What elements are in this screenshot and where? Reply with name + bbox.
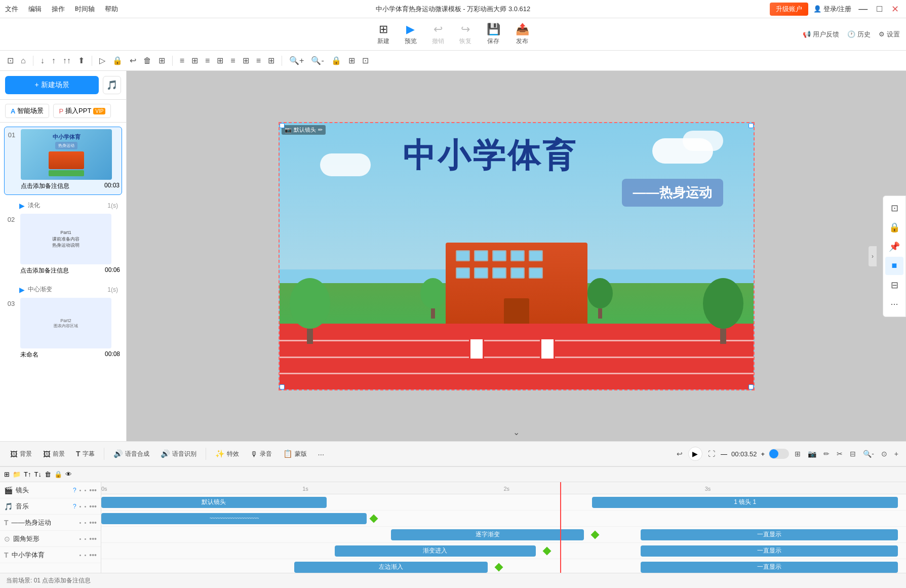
toolbar-redo[interactable]: ↪ 恢复: [459, 23, 471, 46]
tl-speed-toggle[interactable]: [769, 449, 789, 459]
menu-item-edit[interactable]: 编辑: [28, 5, 42, 14]
music-more[interactable]: •••: [89, 502, 97, 511]
camera-more[interactable]: •••: [89, 486, 97, 494]
tl-header-btn-3[interactable]: T↑: [24, 471, 31, 478]
new-scene-button[interactable]: + 新建场景: [5, 76, 99, 94]
tl-diamond-shape[interactable]: [542, 546, 551, 555]
sub-zoomout-tool[interactable]: 🔍-: [309, 55, 326, 66]
tl-cam-btn[interactable]: 📷: [806, 448, 818, 459]
text1-dot-2[interactable]: •: [84, 520, 86, 526]
toolbar-new[interactable]: ⊞ 新建: [377, 23, 389, 46]
timeline-cursor[interactable]: [560, 482, 561, 573]
scroll-down-indicator[interactable]: ⌄: [513, 427, 520, 437]
tl-header-btn-1[interactable]: ⊞: [4, 471, 10, 478]
upgrade-button[interactable]: 升级账户: [770, 3, 808, 16]
tl-block-shape-1[interactable]: 渐变进入: [335, 545, 536, 557]
selection-handle-br[interactable]: [749, 384, 754, 389]
more-btn[interactable]: ···: [314, 448, 329, 460]
sub-align3-tool[interactable]: ≡: [203, 55, 212, 66]
sub-zoomin-tool[interactable]: 🔍+: [287, 55, 306, 66]
transition-row-2[interactable]: ▶ 中心渐变 1(s): [4, 283, 122, 296]
text1-more[interactable]: •••: [89, 519, 97, 527]
tl-diamond-text2[interactable]: [494, 563, 503, 571]
menu-item-help[interactable]: 帮助: [105, 5, 118, 14]
menu-item-operate[interactable]: 操作: [52, 5, 65, 14]
sub-delete-tool[interactable]: 🗑: [141, 55, 153, 66]
sub-lock-tool[interactable]: 🔒: [110, 55, 125, 66]
music-dot-2[interactable]: •: [84, 503, 86, 509]
tl-block-music-1[interactable]: ~~~~~~~~~~~~~~~~~~~~: [101, 513, 367, 524]
login-button[interactable]: 👤 登录/注册: [813, 5, 852, 14]
sub-up2-tool[interactable]: ↑↑: [61, 55, 73, 66]
user-feedback-btn[interactable]: 📢 用户反馈: [803, 30, 839, 39]
sub-undo-tool[interactable]: ↩: [128, 55, 138, 66]
window-minimize[interactable]: —: [856, 4, 870, 14]
camera-dot-2[interactable]: •: [84, 487, 86, 493]
toolbar-publish[interactable]: 📤 发布: [516, 23, 529, 46]
rsp-pin-btn[interactable]: 📌: [885, 238, 903, 256]
tl-block-text1-2[interactable]: 一直显示: [641, 529, 898, 540]
text2-dot-2[interactable]: •: [84, 552, 86, 558]
sub-select-tool[interactable]: ⊡: [5, 55, 16, 66]
sub-align4-tool[interactable]: ⊞: [215, 55, 225, 66]
tl-minus-btn[interactable]: —: [721, 450, 727, 458]
music-button[interactable]: 🎵: [103, 76, 121, 94]
text1-dot-1[interactable]: •: [80, 520, 82, 526]
sub-align1-tool[interactable]: ≡: [178, 55, 186, 66]
rsp-lock-btn[interactable]: 🔒: [885, 218, 903, 237]
scene-item-3[interactable]: 03 Part2图表内容区域 未命名 00:08: [4, 296, 122, 363]
sub-play-tool[interactable]: ▷: [97, 55, 107, 66]
text2-dot-1[interactable]: •: [80, 552, 82, 558]
sub-align5-tool[interactable]: ≡: [228, 55, 237, 66]
fg-btn[interactable]: 🖼 前景: [39, 448, 69, 460]
tl-zoom-out-btn[interactable]: 🔍-: [861, 448, 876, 459]
sub-down-tool[interactable]: ↓: [38, 55, 47, 66]
tl-header-btn-2[interactable]: 📁: [13, 471, 21, 478]
asr-btn[interactable]: 🔊 语音识别: [156, 447, 201, 460]
shape-more[interactable]: •••: [89, 535, 97, 543]
menu-item-timeline[interactable]: 时间轴: [75, 5, 95, 14]
sub-home-tool[interactable]: ⌂: [19, 55, 28, 66]
scene-item-1[interactable]: 01 中小学体育 热身运动 点击添加备注信息 00:: [4, 127, 122, 195]
tl-block-text2-1[interactable]: 左边渐入: [294, 562, 487, 573]
scene-item-2[interactable]: 02 Part1课前准备内容热身运动说明 点击添加备注信息 00:06: [4, 212, 122, 279]
sub-align2-tool[interactable]: ⊞: [189, 55, 200, 66]
tl-play-button[interactable]: ▶: [688, 447, 702, 461]
bg-btn[interactable]: 🖼 背景: [6, 448, 36, 460]
rsp-minus-btn[interactable]: ⊟: [885, 276, 903, 294]
tl-block-text1-1[interactable]: 逐字渐变: [391, 529, 584, 540]
sub-align6-tool[interactable]: ⊞: [241, 55, 251, 66]
toolbar-save[interactable]: 💾 保存: [487, 23, 500, 46]
sub-align7-tool[interactable]: ≡: [254, 55, 263, 66]
tl-filter-btn[interactable]: ⊟: [848, 448, 857, 459]
selection-handle-tr[interactable]: [749, 123, 754, 128]
tl-diamond-text1[interactable]: [591, 530, 600, 539]
effects-btn[interactable]: ✨ 特效: [211, 447, 243, 460]
tl-block-camera-1[interactable]: 默认镜头: [101, 497, 327, 508]
subtitle-btn[interactable]: T 字幕: [72, 448, 99, 460]
sub-copy-tool[interactable]: ⊞: [346, 55, 357, 66]
sub-top-tool[interactable]: ⬆: [76, 55, 87, 66]
tl-fit-btn[interactable]: ⊞: [793, 448, 802, 459]
camera-help-icon[interactable]: ?: [73, 487, 76, 494]
sub-grid-tool[interactable]: ⊞: [156, 55, 167, 66]
insert-ppt-tab[interactable]: P 插入PPT VIP: [53, 104, 111, 118]
tl-back-btn[interactable]: ↩: [675, 448, 684, 459]
transition-row-1[interactable]: ▶ 淡化 1(s): [4, 199, 122, 212]
tl-edit-btn[interactable]: ✏: [822, 448, 831, 459]
history-btn[interactable]: 🕐 历史: [847, 30, 871, 39]
tl-header-btn-6[interactable]: 🔒: [54, 471, 62, 478]
tts-btn[interactable]: 🔊 语音合成: [109, 447, 153, 460]
rsp-square-btn[interactable]: ■: [885, 257, 903, 275]
tl-header-btn-7[interactable]: 👁: [65, 471, 72, 478]
rsp-more-btn[interactable]: ···: [885, 295, 903, 313]
camera-dot-1[interactable]: •: [80, 487, 82, 493]
window-close[interactable]: ✕: [889, 4, 901, 15]
music-help-icon[interactable]: ?: [73, 503, 76, 510]
record-btn[interactable]: 🎙 录音: [246, 448, 276, 460]
shape-dot-1[interactable]: •: [80, 536, 82, 542]
shape-dot-2[interactable]: •: [84, 536, 86, 542]
settings-btn[interactable]: ⚙ 设置: [879, 30, 900, 39]
text2-more[interactable]: •••: [89, 551, 97, 559]
tl-plus-btn[interactable]: +: [761, 450, 765, 458]
